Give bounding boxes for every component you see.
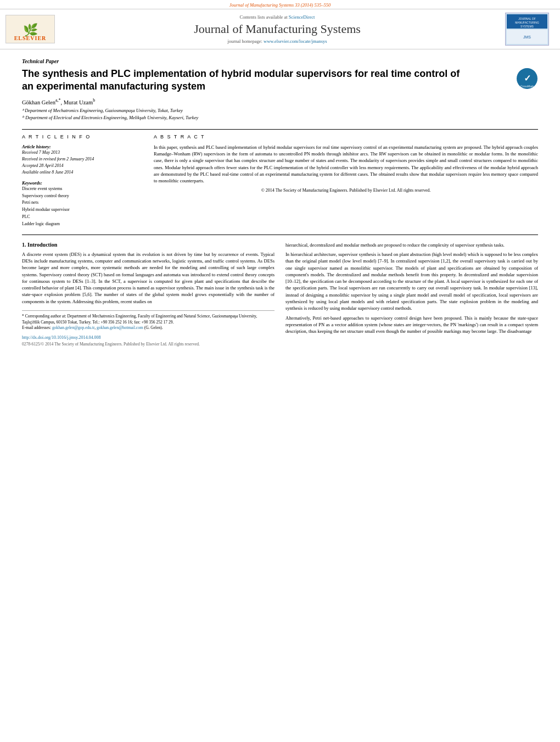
author-a-name: Gökhan Gelen [22,99,55,105]
body-col-left: 1. Introduction A discrete event system … [22,242,275,348]
author-b-sup: b [93,98,95,103]
author-b-name: Murat Uzam [64,99,93,105]
article-info-heading: A R T I C L E I N F O [22,134,143,140]
section-separator [22,235,538,235]
keyword-3: Petri nets [22,199,143,207]
journal-header-center: Contents lists available at ScienceDirec… [66,14,489,44]
history-title: Article history: [22,144,143,149]
contents-available-line: Contents lists available at ScienceDirec… [66,14,489,20]
body-right-para-1: hierarchical, decentralized and modular … [285,242,538,248]
email-label: E-mail addresses: [22,325,51,330]
footnote-star: * Corresponding author at: Department of… [22,314,275,325]
issn-line: 0278-6125/© 2014 The Society of Manufact… [22,342,275,348]
author-a-sup: a,* [55,98,61,103]
manufacturing-systems-logo: JOURNAL OF MANUFACTURING SYSTEMS JMS [505,13,549,46]
crossmark-logo: ✓ CrossMark [516,68,538,90]
svg-text:JOURNAL OF: JOURNAL OF [518,17,535,20]
body-right-para-2: In hierarchical architecture, supervisor… [285,251,538,312]
accepted-date: Accepted 28 April 2014 [22,163,143,169]
keyword-6: Ladder logic diagram [22,221,143,228]
email-link-1[interactable]: gokhan.gelen@gop.edu.tr [52,325,94,330]
journal-header: 🌿 ELSEVIER Contents lists available at S… [0,9,560,49]
homepage-link[interactable]: www.elsevier.com/locate/jmansys [264,38,327,44]
article-history: Article history: Received 7 May 2013 Rec… [22,144,143,176]
section-1-num: 1. [22,242,26,248]
body-para-1: A discrete event system (DES) is a dynam… [22,251,275,305]
abstract-body: In this paper, synthesis and PLC based i… [154,144,538,185]
paper-title: The synthesis and PLC implementation of … [22,68,472,93]
elsevier-tree-icon: 🌿 [23,24,38,36]
copyright-line: © 2014 The Society of Manufacturing Engi… [154,188,538,193]
journal-title: Journal of Manufacturing Systems [66,22,489,36]
footnote-area: * Corresponding author at: Department of… [22,310,275,347]
available-date: Available online 8 June 2014 [22,169,143,176]
body-right-para-3: Alternatively, Petri net-based approache… [285,315,538,335]
footnote-email: E-mail addresses: gokhan.gelen@gop.edu.t… [22,325,275,331]
keyword-5: PLC [22,214,143,221]
affiliation-b: ᵇ Department of Electrical and Electroni… [22,114,538,121]
svg-text:SYSTEMS: SYSTEMS [520,25,534,28]
svg-text:MANUFACTURING: MANUFACTURING [515,21,539,24]
article-info-abstract-section: A R T I C L E I N F O Article history: R… [22,129,538,228]
email-suffix: (G. Gelen). [144,325,163,330]
journal-logo-right: JOURNAL OF MANUFACTURING SYSTEMS JMS [489,13,549,46]
elsevier-logo-left: 🌿 ELSEVIER [5,15,66,43]
revised-date: Received in revised form 2 January 2014 [22,156,143,163]
homepage-label: journal homepage: [227,38,262,44]
keywords-heading: Keywords: [22,180,143,186]
section-1-title: 1. Introduction [22,242,275,248]
contents-text: Contents lists available at [240,14,288,20]
abstract-heading: A B S T R A C T [154,134,538,140]
svg-text:✓: ✓ [524,74,531,83]
sciencedirect-link[interactable]: ScienceDirect [289,14,315,20]
article-info-column: A R T I C L E I N F O Article history: R… [22,134,143,228]
journal-homepage-line: journal homepage: www.elsevier.com/locat… [66,38,489,44]
svg-text:CrossMark: CrossMark [520,85,534,88]
keyword-4: Hybrid modular supervisor [22,207,143,214]
doi-link[interactable]: http://dx.doi.org/10.1016/j.jmsy.2014.04… [22,334,275,341]
received-date: Received 7 May 2013 [22,149,143,156]
email-link-2[interactable]: gokhan.gelen@hotmail.com [97,325,143,330]
keyword-1: Discrete event systems [22,186,143,193]
authors-line: Gökhan Gelena,*, Murat Uzamb [22,98,538,105]
main-content-area: Technical Paper The synthesis and PLC im… [0,49,560,353]
section-1-label: Introduction [27,242,57,248]
body-col-left-text: A discrete event system (DES) is a dynam… [22,251,275,305]
affiliations: ᵃ Department of Mechatronics Engineering… [22,107,538,121]
email-sep: , [94,325,96,330]
abstract-column: A B S T R A C T In this paper, synthesis… [154,134,538,228]
body-col-right-text: hierarchical, decentralized and modular … [285,242,538,335]
svg-text:JMS: JMS [523,35,531,39]
journal-reference-text: Journal of Manufacturing Systems 33 (201… [229,2,331,8]
body-col-right: hierarchical, decentralized and modular … [285,242,538,348]
body-content: 1. Introduction A discrete event system … [22,242,538,348]
affiliation-a: ᵃ Department of Mechatronics Engineering… [22,107,538,114]
paper-title-row: The synthesis and PLC implementation of … [22,68,538,93]
elsevier-logo-box: 🌿 ELSEVIER [5,15,55,43]
paper-type-label: Technical Paper [22,58,538,64]
elsevier-brand-text: ELSEVIER [14,35,47,43]
journal-reference-bar: Journal of Manufacturing Systems 33 (201… [0,0,560,9]
keyword-2: Supervisory control theory [22,193,143,200]
